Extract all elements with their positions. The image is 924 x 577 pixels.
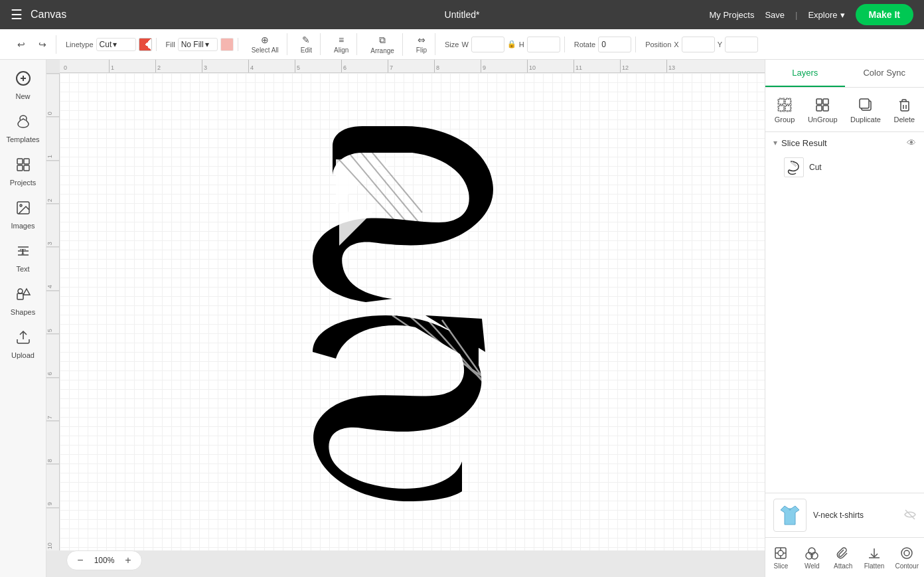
sidebar-item-templates-label: Templates bbox=[6, 135, 39, 143]
projects-icon bbox=[15, 157, 31, 176]
svg-rect-20 bbox=[823, 99, 828, 104]
align-icon: ≡ bbox=[339, 35, 344, 45]
x-input[interactable] bbox=[682, 37, 715, 52]
sidebar-item-text[interactable]: T Text bbox=[3, 238, 44, 278]
layer-visibility-icon[interactable]: 👁 bbox=[907, 137, 916, 148]
edit-label: Edit bbox=[301, 46, 312, 54]
slice-icon bbox=[773, 545, 789, 561]
flatten-icon bbox=[866, 545, 882, 561]
position-group: Position X Y bbox=[641, 37, 762, 52]
h-label: H bbox=[519, 41, 524, 48]
y-input[interactable] bbox=[725, 37, 758, 52]
svg-rect-15 bbox=[785, 99, 791, 104]
document-title: Untitled* bbox=[445, 9, 480, 20]
width-input[interactable] bbox=[471, 37, 504, 52]
main-layout: New Templates Projects bbox=[0, 60, 924, 577]
size-group: Size W 🔒 H bbox=[441, 37, 565, 52]
select-all-button[interactable]: ⊕ Select All bbox=[248, 33, 283, 55]
lock-icon: 🔒 bbox=[507, 40, 516, 48]
attach-action-label: Attach bbox=[834, 562, 852, 570]
shapes-icon bbox=[15, 286, 31, 305]
delete-icon bbox=[895, 96, 913, 114]
weld-action[interactable]: Weld bbox=[797, 542, 828, 572]
svg-rect-14 bbox=[779, 99, 784, 104]
left-sidebar: New Templates Projects bbox=[0, 60, 46, 577]
svg-rect-3 bbox=[17, 159, 23, 164]
delete-action[interactable]: Delete bbox=[889, 93, 919, 126]
layer-item[interactable]: Cut bbox=[765, 153, 924, 181]
sidebar-item-upload[interactable]: Upload bbox=[3, 324, 44, 365]
header-actions: My Projects Save | Explore ▾ Make It bbox=[710, 4, 913, 25]
svg-rect-6 bbox=[24, 165, 29, 171]
canvas-artwork bbox=[279, 106, 545, 507]
redo-button[interactable]: ↪ bbox=[33, 35, 52, 54]
contour-action[interactable]: Contour bbox=[889, 542, 924, 572]
edit-group: ✎ Edit bbox=[293, 33, 321, 55]
svg-rect-4 bbox=[24, 159, 29, 164]
sidebar-item-templates[interactable]: Templates bbox=[3, 108, 44, 149]
mat-thumbnail bbox=[773, 499, 807, 532]
attach-icon bbox=[835, 545, 851, 561]
svg-rect-24 bbox=[860, 99, 869, 108]
edit-button[interactable]: ✎ Edit bbox=[297, 33, 316, 55]
flip-group: ⇔ Flip bbox=[408, 33, 435, 55]
zoom-in-button[interactable]: + bbox=[121, 554, 135, 567]
explore-button[interactable]: Explore ▾ bbox=[808, 10, 844, 20]
sidebar-item-text-label: Text bbox=[16, 265, 29, 273]
slice-action-label: Slice bbox=[774, 562, 789, 570]
mat-visibility-icon[interactable] bbox=[904, 509, 916, 523]
group-action[interactable]: Group bbox=[771, 93, 799, 126]
svg-rect-17 bbox=[785, 106, 791, 111]
layer-group-header[interactable]: ▾ Slice Result 👁 bbox=[765, 132, 924, 153]
attach-action[interactable]: Attach bbox=[828, 542, 859, 572]
sidebar-item-new[interactable]: New bbox=[3, 65, 44, 106]
edit-icon: ✎ bbox=[302, 35, 310, 45]
ungroup-action[interactable]: UnGroup bbox=[804, 93, 842, 126]
duplicate-action[interactable]: Duplicate bbox=[846, 93, 885, 126]
canvas-area[interactable]: 0 1 2 3 4 5 6 7 8 9 10 11 12 13 0 1 2 bbox=[46, 60, 765, 577]
linetype-group: Linetype Cut ▾ bbox=[62, 38, 157, 51]
svg-rect-19 bbox=[816, 99, 822, 104]
undo-button[interactable]: ↩ bbox=[12, 35, 31, 54]
sidebar-item-projects[interactable]: Projects bbox=[3, 151, 44, 192]
fill-dropdown[interactable]: No Fill ▾ bbox=[178, 38, 218, 51]
tab-layers[interactable]: Layers bbox=[765, 60, 845, 87]
svg-marker-11 bbox=[23, 289, 30, 295]
mat-preview: V-neck t-shirts bbox=[765, 493, 924, 537]
save-link[interactable]: Save bbox=[765, 10, 785, 20]
right-panel-tabs: Layers Color Sync bbox=[765, 60, 924, 88]
text-icon: T bbox=[15, 243, 31, 262]
weld-icon bbox=[804, 545, 820, 561]
zoom-out-button[interactable]: − bbox=[74, 554, 87, 567]
panel-actions: Group UnGroup bbox=[765, 88, 924, 132]
weld-action-label: Weld bbox=[805, 562, 820, 570]
ruler-top: 0 1 2 3 4 5 6 7 8 9 10 11 12 13 bbox=[60, 60, 765, 73]
height-input[interactable] bbox=[527, 37, 560, 52]
linetype-label: Linetype bbox=[66, 41, 94, 48]
svg-rect-10 bbox=[17, 293, 23, 299]
sidebar-item-shapes[interactable]: Shapes bbox=[3, 281, 44, 321]
my-projects-link[interactable]: My Projects bbox=[710, 10, 755, 20]
linetype-dropdown[interactable]: Cut ▾ bbox=[96, 38, 136, 51]
flatten-action[interactable]: Flatten bbox=[859, 542, 890, 572]
slice-action[interactable]: Slice bbox=[765, 542, 797, 572]
hamburger-icon[interactable]: ☰ bbox=[11, 7, 23, 23]
undo-redo-group: ↩ ↪ bbox=[8, 35, 56, 54]
sidebar-item-shapes-label: Shapes bbox=[11, 308, 35, 316]
tab-color-sync[interactable]: Color Sync bbox=[845, 60, 925, 87]
linetype-color-swatch bbox=[139, 38, 152, 51]
rotate-group: Rotate bbox=[570, 37, 636, 52]
align-label: Align bbox=[334, 46, 348, 54]
rotate-input[interactable] bbox=[598, 37, 631, 52]
ungroup-icon bbox=[813, 96, 832, 114]
align-button[interactable]: ≡ Align bbox=[330, 33, 352, 55]
ungroup-action-label: UnGroup bbox=[808, 116, 838, 124]
make-it-button[interactable]: Make It bbox=[856, 4, 913, 25]
app-logo: Canvas bbox=[31, 9, 66, 21]
select-all-group: ⊕ Select All bbox=[244, 33, 287, 55]
position-label: Position bbox=[645, 41, 671, 48]
arrange-button[interactable]: ⧉ Arrange bbox=[366, 33, 398, 56]
sidebar-item-images[interactable]: Images bbox=[3, 195, 44, 235]
flip-button[interactable]: ⇔ Flip bbox=[412, 33, 431, 55]
zoom-controls: − 100% + bbox=[66, 550, 142, 570]
